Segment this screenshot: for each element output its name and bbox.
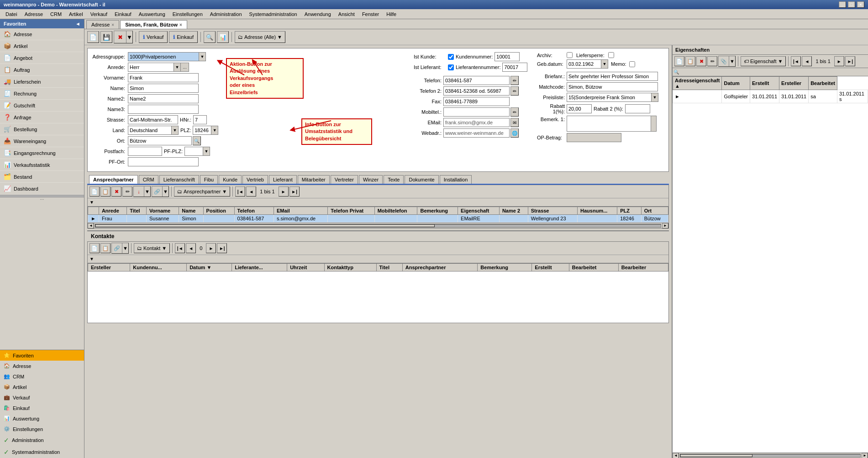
webadr-input[interactable] bbox=[443, 128, 510, 138]
detail-tab-crm[interactable]: CRM bbox=[139, 175, 158, 184]
istkunde-checkbox[interactable] bbox=[448, 54, 454, 60]
kt-col-kundennr[interactable]: Kundennu... bbox=[130, 264, 187, 272]
adresse-filter-dropdown[interactable]: 🗂 Adresse (Alle) ▼ bbox=[235, 31, 285, 43]
properties-grid-wrapper[interactable]: 🔍 Adresseigenschaft ▲ Datum Erstellt Ers… bbox=[673, 68, 868, 453]
sidebar-item-bestellung[interactable]: 🛒 Bestellung bbox=[0, 123, 84, 135]
sidebar-bottom-crm[interactable]: 👥 CRM bbox=[0, 371, 84, 382]
tab-adresse-close[interactable]: × bbox=[111, 22, 114, 27]
col-anrede[interactable]: Anrede bbox=[99, 207, 126, 215]
rabatt1-input[interactable] bbox=[567, 104, 592, 113]
sidebar-item-gutschrift[interactable]: 📝 Gutschrift bbox=[0, 100, 84, 112]
table-row[interactable]: ► Frau Susanne Simon 038461-587 s.simon@… bbox=[88, 215, 668, 223]
prop-nav-last[interactable]: ►| bbox=[845, 56, 855, 66]
kt-nav-next[interactable]: ► bbox=[206, 243, 216, 253]
email-icon-btn[interactable]: ✉ bbox=[510, 118, 519, 127]
ap-edit-btn[interactable]: ✏ bbox=[122, 186, 132, 197]
ap-hscroll[interactable]: ◄ ► bbox=[88, 223, 668, 228]
col-vorname[interactable]: Vorname bbox=[146, 207, 179, 215]
pfOrt-input[interactable] bbox=[128, 157, 199, 166]
detail-tab-vertrieb[interactable]: Vertrieb bbox=[242, 175, 268, 184]
detail-tab-vertreter[interactable]: Vertreter bbox=[331, 175, 358, 184]
vorname-input[interactable] bbox=[128, 73, 199, 82]
anrede-input[interactable] bbox=[128, 63, 174, 72]
menu-administration[interactable]: Administration bbox=[206, 11, 246, 18]
mobitel-icon-btn[interactable]: ✏ bbox=[510, 107, 519, 117]
tab-simon[interactable]: Simon, Frank, Bützow × bbox=[120, 20, 187, 29]
sidebar-item-anfrage[interactable]: ❓ Anfrage bbox=[0, 112, 84, 123]
ap-arrow-btn[interactable]: ↓ bbox=[134, 186, 144, 197]
menu-adresse[interactable]: Adresse bbox=[21, 11, 47, 18]
sidebar-bottom-einstellungen[interactable]: ⚙️ Einstellungen bbox=[0, 424, 84, 434]
sidebar-item-auftrag[interactable]: 📋 Auftrag bbox=[0, 64, 84, 76]
gebdatum-dropdown-btn[interactable]: ▼ bbox=[601, 59, 608, 69]
ort-lookup-btn[interactable]: 🔍 bbox=[193, 136, 201, 145]
kt-col-ersteller[interactable]: Ersteller bbox=[88, 264, 130, 272]
detail-tab-fibu[interactable]: Fibu bbox=[200, 175, 218, 184]
kt-col-titel[interactable]: Titel bbox=[376, 264, 402, 272]
minimize-btn[interactable]: _ bbox=[839, 1, 846, 8]
preisliste-input[interactable] bbox=[567, 93, 651, 102]
kt-col-datum[interactable]: Datum ▼ bbox=[187, 264, 232, 272]
kt-filter-dropdown[interactable]: 🗂 Kontakt ▼ bbox=[134, 243, 170, 253]
ort-input[interactable] bbox=[128, 136, 192, 145]
col-strasse[interactable]: Strasse bbox=[528, 207, 577, 215]
postfach-input[interactable] bbox=[128, 147, 162, 156]
table-row[interactable]: ► Golfspieler 31.01.2011 31.01.2011 sa 3… bbox=[673, 90, 868, 103]
kt-col-lieferant[interactable]: Lieferante... bbox=[232, 264, 287, 272]
prop-hscroll-left[interactable]: ◄ bbox=[673, 453, 679, 458]
kt-col-erstellt[interactable]: Erstellt bbox=[532, 264, 569, 272]
sidebar-bottom-einkauf[interactable]: 🛍️ Einkauf bbox=[0, 403, 84, 413]
land-input[interactable] bbox=[128, 126, 171, 135]
close-btn[interactable]: × bbox=[857, 1, 864, 8]
ap-hscroll-thumb[interactable] bbox=[95, 224, 435, 227]
delete-arrow-btn[interactable]: ▼ bbox=[126, 31, 132, 43]
col-name[interactable]: Name bbox=[179, 207, 203, 215]
prop-edit-btn[interactable]: ✏ bbox=[707, 56, 717, 66]
sidebar-item-bestand[interactable]: 🗂️ Bestand bbox=[0, 171, 84, 183]
ap-link-btn[interactable]: 🔗 bbox=[152, 186, 162, 197]
rabatt2-input[interactable] bbox=[625, 104, 650, 113]
prop-filter-dropdown[interactable]: 🏷 Eigenschaft ▼ bbox=[741, 56, 786, 66]
prop-extra-arrow-btn[interactable]: ▼ bbox=[729, 56, 735, 66]
detail-tab-dokumente[interactable]: Dokumente bbox=[405, 175, 438, 184]
menu-verkauf[interactable]: Verkauf bbox=[87, 11, 111, 18]
menu-artikel[interactable]: Artikel bbox=[65, 11, 87, 18]
sidebar-bottom-auswertung[interactable]: 📊 Auswertung bbox=[0, 413, 84, 424]
tab-simon-close[interactable]: × bbox=[179, 22, 182, 27]
ap-hscroll-right[interactable]: ► bbox=[662, 223, 668, 229]
strasse-input[interactable] bbox=[128, 115, 178, 124]
telefon-icon-btn[interactable]: ✏ bbox=[510, 76, 519, 85]
kt-col-bearbeitet[interactable]: Bearbeitet bbox=[569, 264, 618, 272]
prop-extra-btn[interactable]: 📎 bbox=[719, 56, 729, 66]
bemerk1-scrollbar[interactable] bbox=[651, 116, 657, 132]
prop-col-erstellt[interactable]: Erstellt bbox=[750, 77, 779, 90]
kt-link-arrow-btn[interactable]: ▼ bbox=[122, 243, 128, 253]
plz-dropdown-btn[interactable]: ▼ bbox=[211, 126, 218, 135]
preisliste-dropdown-btn[interactable]: ▼ bbox=[651, 93, 658, 102]
sidebar-item-dashboard[interactable]: 📈 Dashboard bbox=[0, 183, 84, 195]
ap-new-btn[interactable]: 📄 bbox=[89, 186, 100, 197]
kt-col-bemerkung[interactable]: Bemerkung bbox=[478, 264, 532, 272]
col-eigenschaft[interactable]: Eigenschaft bbox=[458, 207, 500, 215]
ansprechpartner-grid-wrapper[interactable]: Anrede Titel Vorname Name Position Telef… bbox=[88, 207, 668, 223]
telefon2-icon-btn[interactable]: ✏ bbox=[510, 86, 519, 96]
ap-link-arrow-btn[interactable]: ▼ bbox=[162, 186, 168, 197]
gebdatum-input[interactable] bbox=[567, 59, 601, 69]
kt-new-btn[interactable]: 📄 bbox=[89, 243, 100, 253]
kt-col-uhrzeit[interactable]: Uhrzeit bbox=[287, 264, 324, 272]
save-btn[interactable]: 💾 bbox=[100, 31, 112, 43]
menu-systemadmin[interactable]: Systemadministration bbox=[246, 11, 301, 18]
ap-nav-first[interactable]: |◄ bbox=[235, 186, 245, 197]
adressgruppe-dropdown-btn[interactable]: ▼ bbox=[199, 52, 206, 61]
menu-crm[interactable]: CRM bbox=[47, 11, 65, 18]
col-position[interactable]: Position bbox=[203, 207, 234, 215]
col-mobiltelefon[interactable]: Mobiltelefon bbox=[374, 207, 417, 215]
prop-col-bearbeitet[interactable]: Bearbeitet bbox=[809, 77, 837, 90]
email-input[interactable] bbox=[443, 118, 510, 127]
detail-tab-lieferanschrift[interactable]: Lieferanschrift bbox=[159, 175, 199, 184]
prop-hscroll-thumb[interactable] bbox=[680, 454, 752, 457]
col-titel[interactable]: Titel bbox=[127, 207, 147, 215]
detail-tab-ansprechpartner[interactable]: Ansprechpartner bbox=[89, 175, 138, 184]
menu-ansicht[interactable]: Ansicht bbox=[335, 11, 358, 18]
prop-col-ersteller[interactable]: Ersteller bbox=[779, 77, 809, 90]
